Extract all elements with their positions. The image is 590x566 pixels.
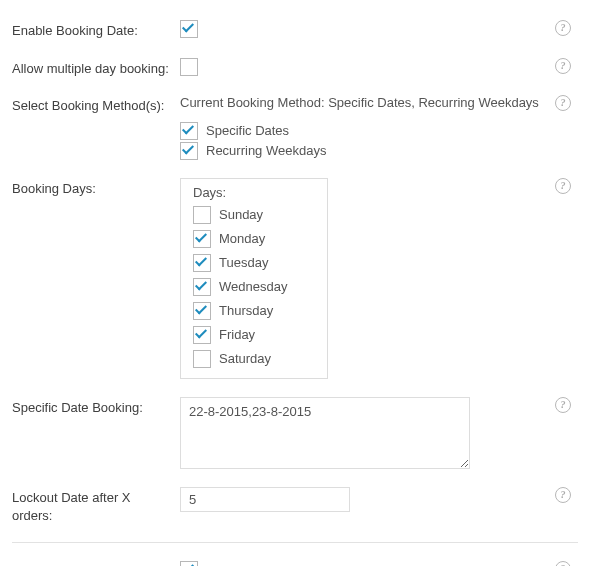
help-icon[interactable]: ? (555, 178, 571, 194)
day-option-label: Tuesday (219, 254, 268, 272)
section-divider (12, 542, 578, 543)
row-enable-booking-date: Enable Booking Date: ? (12, 20, 578, 40)
label-enable-booking-date: Enable Booking Date: (12, 20, 180, 40)
day-option-label: Wednesday (219, 278, 287, 296)
label-allow-multi-day: Allow multiple day booking: (12, 58, 180, 78)
checkbox-day-monday[interactable] (193, 230, 211, 248)
input-lockout-orders[interactable] (180, 487, 350, 512)
day-option-wednesday: Wednesday (193, 278, 317, 296)
label-booking-days: Booking Days: (12, 178, 180, 198)
help-icon[interactable]: ? (555, 561, 571, 566)
row-booking-days: Booking Days: Days: Sunday Monday Tuesda… (12, 178, 578, 379)
method-option-specific-dates: Specific Dates (180, 122, 548, 140)
checkbox-enable-booking-date[interactable] (180, 20, 198, 38)
help-icon[interactable]: ? (555, 487, 571, 503)
days-fieldset: Days: Sunday Monday Tuesday Wednesday (180, 178, 328, 379)
checkbox-day-sunday[interactable] (193, 206, 211, 224)
day-option-label: Monday (219, 230, 265, 248)
help-icon[interactable]: ? (555, 20, 571, 36)
checkbox-enable-booking-time[interactable] (180, 561, 198, 566)
row-allow-multi-day: Allow multiple day booking: ? (12, 58, 578, 78)
help-icon[interactable]: ? (555, 58, 571, 74)
row-booking-methods: Select Booking Method(s): Current Bookin… (12, 95, 578, 160)
day-option-friday: Friday (193, 326, 317, 344)
checkbox-day-wednesday[interactable] (193, 278, 211, 296)
checkbox-method-recurring-weekdays[interactable] (180, 142, 198, 160)
checkbox-day-tuesday[interactable] (193, 254, 211, 272)
day-option-label: Sunday (219, 206, 263, 224)
checkbox-allow-multi-day[interactable] (180, 58, 198, 76)
checkbox-day-friday[interactable] (193, 326, 211, 344)
row-enable-booking-time: Enable Booking Time: ? (12, 561, 578, 566)
help-icon[interactable]: ? (555, 397, 571, 413)
day-option-sunday: Sunday (193, 206, 317, 224)
days-legend: Days: (193, 185, 317, 200)
day-option-label: Friday (219, 326, 255, 344)
method-option-recurring-weekdays: Recurring Weekdays (180, 142, 548, 160)
textarea-specific-date-booking[interactable] (180, 397, 470, 469)
label-booking-methods: Select Booking Method(s): (12, 95, 180, 115)
method-option-label: Recurring Weekdays (206, 142, 326, 160)
method-option-label: Specific Dates (206, 122, 289, 140)
label-enable-booking-time: Enable Booking Time: (12, 561, 180, 566)
current-booking-method-text: Current Booking Method: Specific Dates, … (180, 95, 548, 110)
row-lockout: Lockout Date after X orders: ? (12, 487, 578, 524)
day-option-monday: Monday (193, 230, 317, 248)
day-option-label: Saturday (219, 350, 271, 368)
checkbox-day-saturday[interactable] (193, 350, 211, 368)
day-option-saturday: Saturday (193, 350, 317, 368)
label-specific-date-booking: Specific Date Booking: (12, 397, 180, 417)
help-icon[interactable]: ? (555, 95, 571, 111)
checkbox-day-thursday[interactable] (193, 302, 211, 320)
day-option-thursday: Thursday (193, 302, 317, 320)
day-option-tuesday: Tuesday (193, 254, 317, 272)
row-specific-date-booking: Specific Date Booking: ? (12, 397, 578, 469)
checkbox-method-specific-dates[interactable] (180, 122, 198, 140)
label-lockout: Lockout Date after X orders: (12, 487, 180, 524)
day-option-label: Thursday (219, 302, 273, 320)
